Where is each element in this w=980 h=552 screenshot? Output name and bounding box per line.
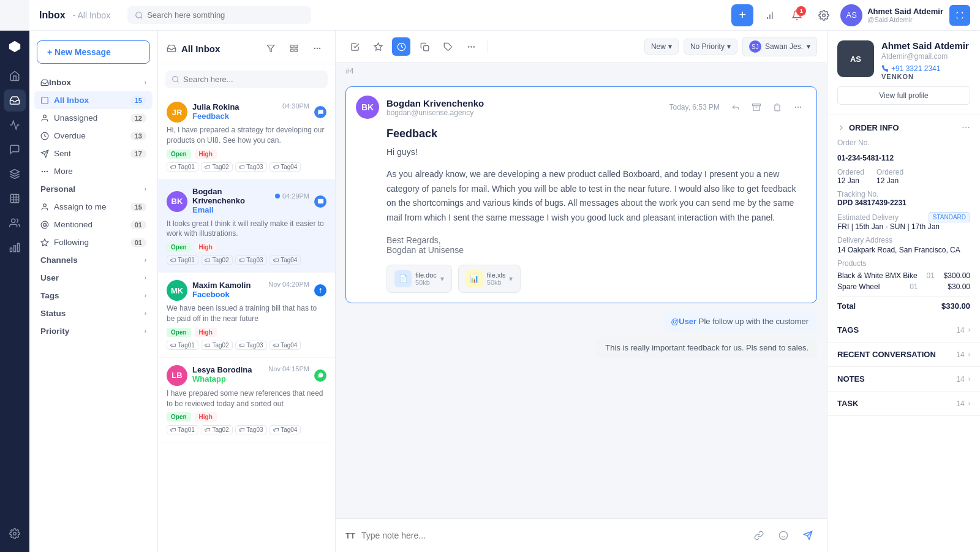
sidebar-item-all-inbox[interactable]: All Inbox 15 [34,91,153,109]
order-info-header[interactable]: ORDER INFO ⋯ [837,123,970,132]
task-header[interactable]: TASK 14 › [837,399,970,408]
layout-btn[interactable] [285,39,303,58]
status-new-btn[interactable]: New ▾ [644,39,679,55]
conv-avatar-lesya: LB [167,365,187,386]
nav-building-btn[interactable] [4,187,26,210]
users-icon [9,217,20,229]
new-message-button[interactable]: + New Message [37,40,150,64]
sidebar-channels-group[interactable]: Channels › [34,251,153,269]
clock-btn[interactable] [392,37,410,56]
nav-chat-btn[interactable] [4,138,26,161]
sidebar-personal-group[interactable]: Personal › [34,180,153,198]
compose-input[interactable] [361,531,744,540]
order-no-row: Order No. [837,138,970,147]
tags-header[interactable]: TAGS 14 › [837,325,970,335]
conv-search-icon [172,75,179,83]
sidebar-item-sent[interactable]: Sent 17 [34,145,153,162]
layout-icon [290,44,298,53]
reply-icon [731,103,740,112]
label-btn[interactable] [439,37,457,56]
sidebar-priority-group[interactable]: Priority › [34,322,153,340]
priority-btn[interactable]: No Priority ▾ [684,39,737,55]
filter-btn[interactable] [262,39,280,58]
link-btn[interactable] [750,526,768,545]
attachment-download-2[interactable]: ▾ [509,274,513,283]
content-row: All Inbox [158,31,980,552]
email-signature: Best Regards, Bogdan at Unisense [386,235,807,255]
reply-bubble: This is really important feedback for us… [597,337,817,358]
svg-point-1 [823,13,826,17]
contact-brand: VENKON [881,73,969,80]
send-btn[interactable] [799,526,817,545]
notes-header[interactable]: NOTES 14 › [837,374,970,384]
sidebar-status-group[interactable]: Status › [34,304,153,322]
nav-users-btn[interactable] [4,212,26,234]
conv-search-input[interactable] [183,75,322,84]
sidebar-tags-group[interactable]: Tags › [34,287,153,304]
conv-item-bogdan[interactable]: BK Bogdan Krivenchenko 04:29PM Email [158,180,335,273]
signal-icon-btn[interactable] [760,5,780,26]
contact-header: AS Ahmet Said Atdemir Atdemir@gmail.com … [837,40,970,80]
sidebar-item-following[interactable]: Following 01 [34,233,153,251]
conv-item-julia[interactable]: JR Julia Rokina 04:30PM Feedback [158,94,335,180]
recent-conv-header[interactable]: RECENT CONVERSATION 14 › [837,350,970,359]
bookmark-btn[interactable] [369,37,387,56]
bell-icon-btn[interactable]: 1 [786,5,807,26]
sidebar-inbox-group[interactable]: Inbox › [34,74,153,91]
nav-layers-btn[interactable] [4,163,26,185]
conv-item-lesya[interactable]: LB Lesya Borodina Nov 04:15PM Whatapp [158,358,335,443]
svg-point-41 [801,107,801,107]
contact-email: Atdemir@gmail.com [881,52,969,61]
task-section: TASK 14 › [827,391,980,416]
copy-btn[interactable] [415,37,434,56]
emoji-icon [778,531,788,540]
attachment-download-1[interactable]: ▾ [440,274,444,283]
attachment-1[interactable]: 📄 file.doc 50kb ▾ [386,265,452,293]
assignee-btn[interactable]: SJ Sawan Jes. ▾ [742,37,817,56]
conversation-list: All Inbox [158,31,336,552]
svg-rect-37 [753,104,761,106]
svg-rect-24 [295,49,297,51]
chevron-right-icon [837,124,845,132]
sidebar-item-unassigned[interactable]: Unassigned 12 [34,109,153,127]
svg-rect-6 [18,243,20,252]
layers-icon [9,168,20,180]
expand-icon-btn[interactable] [949,5,970,26]
sidebar-item-overdue[interactable]: Overdue 13 [34,127,153,145]
email-card-header[interactable]: BK Bogdan Krivenchenko bogdan@unisense.a… [346,87,816,127]
inbox-chevron: › [145,79,146,86]
new-action-button[interactable]: + [731,4,753,26]
reply-btn[interactable] [727,99,744,116]
order-more-btn[interactable]: ⋯ [962,123,970,132]
more-conv-btn[interactable] [308,39,326,58]
nav-chart-btn[interactable] [4,236,26,259]
nav-inbox-btn[interactable] [4,89,26,112]
activity-icon [9,119,20,130]
svg-marker-2 [9,41,20,52]
conv-item-maxim[interactable]: MK Maxim Kamolin Nov 04:20PM Facebook f … [158,273,335,358]
nav-settings-btn[interactable] [4,523,26,545]
left-sidebar: + New Message Inbox › All Inbox 15 [29,31,158,552]
email-time: Today, 6:53 PM [669,103,720,112]
email-body: Feedback Hi guys! As you already know, w… [346,127,816,303]
email-more-btn[interactable] [790,99,807,116]
app-logo[interactable] [6,38,23,55]
topbar-more-btn[interactable] [462,37,480,56]
user-profile[interactable]: AS Ahmet Said Atdemir @Said Atdemir [840,4,943,26]
archive-btn[interactable] [748,99,765,116]
sidebar-item-assign-to-me[interactable]: Assaign to me 15 [34,198,153,216]
sidebar-item-mentioned[interactable]: Mentioned 01 [34,216,153,233]
delete-btn[interactable] [769,99,786,116]
nav-activity-btn[interactable] [4,114,26,136]
nav-home-btn[interactable] [4,65,26,87]
attachment-2[interactable]: 📊 file.xls 50kb ▾ [458,265,521,293]
view-profile-btn[interactable]: View full profile [837,86,970,105]
search-input[interactable] [147,10,304,20]
sidebar-user-group[interactable]: User › [34,269,153,287]
conv-inbox-icon [167,43,176,53]
emoji-btn[interactable] [774,526,793,545]
sidebar-item-more[interactable]: More [34,162,153,180]
check-btn[interactable] [345,37,364,56]
settings-icon-btn[interactable] [813,5,834,26]
label-icon [443,42,453,51]
